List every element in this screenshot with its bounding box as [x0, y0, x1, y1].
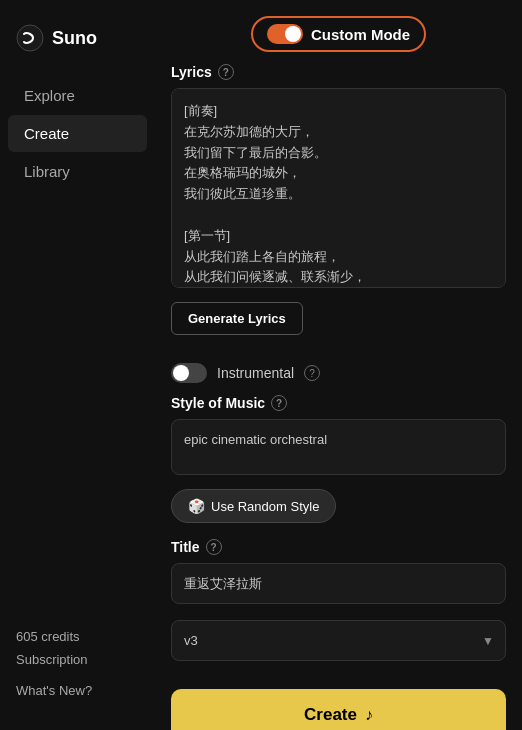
style-label-row: Style of Music ? [171, 395, 506, 411]
use-random-style-button[interactable]: 🎲 Use Random Style [171, 489, 336, 523]
create-button-label: Create [304, 705, 357, 725]
style-input[interactable]: epic cinematic orchestral [171, 419, 506, 475]
title-help-icon[interactable]: ? [206, 539, 222, 555]
suno-logo-icon [16, 24, 44, 52]
version-select-wrapper: v3 v4 v2 ▼ [171, 620, 506, 661]
subscription-link[interactable]: Subscription [16, 652, 139, 667]
whats-new-link[interactable]: What's New? [16, 683, 139, 698]
generate-lyrics-button[interactable]: Generate Lyrics [171, 302, 303, 335]
main-content: Custom Mode Lyrics ? [前奏] 在克尔苏加德的大厅， 我们留… [155, 0, 522, 730]
sidebar-item-explore[interactable]: Explore [8, 77, 147, 114]
custom-mode-header: Custom Mode [155, 0, 522, 64]
random-style-label: Use Random Style [211, 499, 319, 514]
style-label: Style of Music [171, 395, 265, 411]
instrumental-toggle[interactable] [171, 363, 207, 383]
instrumental-label: Instrumental [217, 365, 294, 381]
sidebar-bottom: 605 credits Subscription What's New? [0, 613, 155, 714]
style-section: Style of Music ? epic cinematic orchestr… [155, 395, 522, 539]
lyrics-label-row: Lyrics ? [171, 64, 506, 80]
custom-mode-badge: Custom Mode [251, 16, 426, 52]
logo-text: Suno [52, 28, 97, 49]
custom-mode-label: Custom Mode [311, 26, 410, 43]
sidebar-nav: Explore Create Library [0, 76, 155, 191]
logo: Suno [0, 16, 155, 76]
style-help-icon[interactable]: ? [271, 395, 287, 411]
lyrics-input[interactable]: [前奏] 在克尔苏加德的大厅， 我们留下了最后的合影。 在奥格瑞玛的城外， 我们… [171, 88, 506, 288]
title-input[interactable] [171, 563, 506, 604]
music-note-icon: ♪ [365, 706, 373, 724]
sidebar-item-library[interactable]: Library [8, 153, 147, 190]
lyrics-section: Lyrics ? [前奏] 在克尔苏加德的大厅， 我们留下了最后的合影。 在奥格… [155, 64, 522, 351]
custom-mode-toggle[interactable] [267, 24, 303, 44]
instrumental-row: Instrumental ? [155, 351, 522, 395]
version-select[interactable]: v3 v4 v2 [171, 620, 506, 661]
sidebar-item-create[interactable]: Create [8, 115, 147, 152]
dice-icon: 🎲 [188, 498, 205, 514]
sidebar: Suno Explore Create Library 605 credits … [0, 0, 155, 730]
title-label-row: Title ? [171, 539, 506, 555]
title-section: Title ? [155, 539, 522, 620]
lyrics-help-icon[interactable]: ? [218, 64, 234, 80]
instrumental-help-icon[interactable]: ? [304, 365, 320, 381]
lyrics-label: Lyrics [171, 64, 212, 80]
credits-display: 605 credits [16, 629, 139, 644]
create-button[interactable]: Create ♪ [171, 689, 506, 730]
svg-point-0 [17, 25, 43, 51]
title-label: Title [171, 539, 200, 555]
version-section: v3 v4 v2 ▼ [155, 620, 522, 677]
